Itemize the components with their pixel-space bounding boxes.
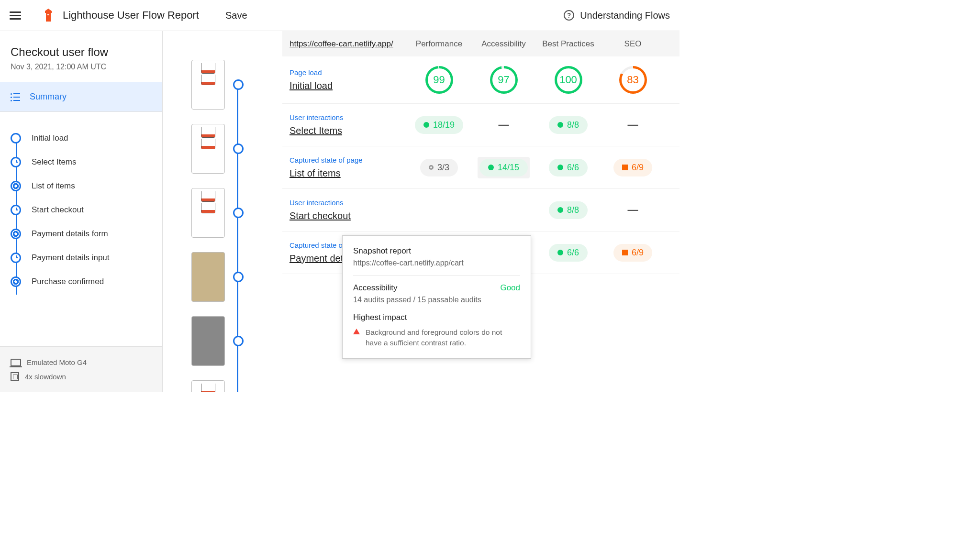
flow-title: Checkout user flow <box>11 45 152 59</box>
score-pill[interactable]: 8/8 <box>549 116 588 134</box>
seo-cell: — <box>601 119 665 131</box>
timeline-dot-icon <box>233 208 244 218</box>
sidebar-step[interactable]: Start checkout <box>11 198 152 222</box>
dot-icon <box>423 122 429 128</box>
thumbnail <box>191 124 225 174</box>
seo-cell: 83 <box>601 66 665 94</box>
perf-cell: 18/19 <box>407 116 471 134</box>
sidebar-step[interactable]: Payment details input <box>11 246 152 270</box>
row-title[interactable]: Initial load <box>290 80 407 91</box>
step-label: Purchase confirmed <box>32 277 104 287</box>
row-type: User interactions <box>290 198 407 207</box>
score-pill[interactable]: 6/9 <box>613 244 652 262</box>
score-pill[interactable]: 8/8 <box>549 201 588 219</box>
seo-cell: 6/9 <box>601 244 665 262</box>
timeline-item[interactable] <box>163 380 282 392</box>
score-pill[interactable]: 6/6 <box>549 159 588 176</box>
score-gauge[interactable]: 97 <box>490 66 518 94</box>
step-label: Payment details form <box>32 229 108 239</box>
row-title[interactable]: List of items <box>290 168 407 179</box>
score-pill[interactable]: 18/19 <box>415 116 463 134</box>
score-pill[interactable]: 3/3 <box>420 159 458 176</box>
square-icon <box>622 250 628 255</box>
step-label: Payment details input <box>32 253 110 263</box>
thumbnail <box>191 252 225 302</box>
tooltip-title: Snapshot report <box>353 246 520 256</box>
bp-cell: 100 <box>536 66 601 94</box>
score-pill[interactable]: 6/9 <box>613 159 652 176</box>
column-header: https://coffee-cart.netlify.app/ Perform… <box>282 31 679 56</box>
dot-icon <box>557 207 563 213</box>
bp-cell: 8/8 <box>536 201 601 219</box>
score-gauge[interactable]: 100 <box>555 66 582 94</box>
sidebar-step[interactable]: Select Items <box>11 150 152 174</box>
sidebar-step[interactable]: List of items <box>11 174 152 198</box>
a11y-header: Accessibility <box>471 39 536 49</box>
report-row: User interactions Select Items 18/19 — 8… <box>282 104 679 146</box>
timer-icon <box>11 205 21 215</box>
sidebar-step[interactable]: Payment details form <box>11 222 152 246</box>
dot-icon <box>429 165 434 170</box>
help-link[interactable]: ? Understanding Flows <box>564 10 670 21</box>
list-icon <box>11 93 20 101</box>
thumbnail <box>191 60 225 110</box>
timeline-item[interactable] <box>163 60 282 110</box>
timeline-item[interactable] <box>163 252 282 302</box>
report-row: User interactions Start checkout 8/8 — <box>282 189 679 231</box>
dash-icon: — <box>628 204 638 216</box>
tooltip-category: Accessibility <box>353 283 398 293</box>
sidebar: Checkout user flow Nov 3, 2021, 12:00 AM… <box>0 31 163 392</box>
circle-icon <box>11 133 21 143</box>
save-button[interactable]: Save <box>225 10 247 21</box>
thumbnail <box>191 188 225 238</box>
report-row: Captured state of page List of items 3/3… <box>282 146 679 189</box>
throttle-label: 4x slowdown <box>25 373 66 381</box>
flow-date: Nov 3, 2021, 12:00 AM UTC <box>11 63 152 71</box>
timeline-dot-icon <box>233 143 244 154</box>
score-pill[interactable]: 6/6 <box>549 244 588 262</box>
score-pill[interactable]: 14/15 <box>479 159 528 176</box>
thumbnail <box>191 316 225 366</box>
sidebar-step[interactable]: Purchase confirmed <box>11 270 152 294</box>
timeline-item[interactable] <box>163 188 282 238</box>
perf-header: Performance <box>407 39 471 49</box>
dot-icon <box>557 250 563 255</box>
step-label: List of items <box>32 181 75 191</box>
tooltip-issue: Background and foreground colors do not … <box>366 327 520 348</box>
score-gauge[interactable]: 83 <box>619 66 647 94</box>
sidebar-steps: Initial loadSelect ItemsList of itemsSta… <box>0 112 162 308</box>
tooltip-impact-label: Highest impact <box>353 313 520 322</box>
row-title[interactable]: Select Items <box>290 125 407 136</box>
score-gauge[interactable]: 99 <box>425 66 453 94</box>
dot-icon <box>557 165 563 170</box>
warning-icon <box>353 329 360 334</box>
timeline-item[interactable] <box>163 316 282 366</box>
bp-cell: 6/6 <box>536 244 601 262</box>
row-title[interactable]: Start checkout <box>290 210 407 221</box>
menu-icon[interactable] <box>10 10 21 22</box>
aperture-icon <box>11 181 21 191</box>
cpu-icon <box>11 372 19 381</box>
device-icon <box>11 359 21 366</box>
device-label: Emulated Moto G4 <box>27 358 87 366</box>
a11y-cell: — <box>471 119 536 131</box>
perf-cell: 99 <box>407 66 471 94</box>
seo-cell: — <box>601 204 665 216</box>
timeline-dot-icon <box>233 336 244 346</box>
sidebar-summary[interactable]: Summary <box>0 82 162 112</box>
tooltip-detail: 14 audits passed / 15 passable audits <box>353 296 520 304</box>
app-header: Lighthouse User Flow Report Save ? Under… <box>0 0 679 31</box>
step-label: Initial load <box>32 133 68 143</box>
timeline-dot-icon <box>233 79 244 90</box>
sidebar-step[interactable]: Initial load <box>11 126 152 150</box>
tooltip-rating: Good <box>500 283 520 293</box>
row-type: User interactions <box>290 113 407 121</box>
dot-icon <box>557 122 563 128</box>
timeline-item[interactable] <box>163 124 282 174</box>
app-title: Lighthouse User Flow Report <box>63 9 199 22</box>
url-header[interactable]: https://coffee-cart.netlify.app/ <box>290 39 407 49</box>
aperture-icon <box>11 276 21 287</box>
a11y-cell: 97 <box>471 66 536 94</box>
aperture-icon <box>11 229 21 239</box>
dash-icon: — <box>628 119 638 131</box>
